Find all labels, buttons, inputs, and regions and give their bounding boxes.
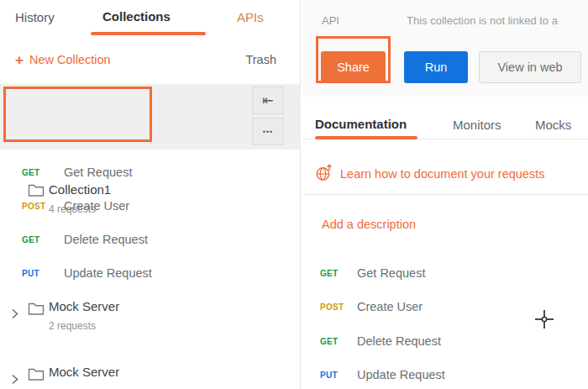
- add-description-link[interactable]: Add a description: [322, 218, 416, 231]
- collapse-panel-button[interactable]: ⇤: [252, 87, 284, 114]
- new-collection-button[interactable]: +New Collection: [15, 52, 111, 69]
- view-in-web-button[interactable]: View in web: [479, 51, 581, 83]
- share-button[interactable]: Share: [321, 51, 386, 83]
- request-name: Update Request: [64, 266, 152, 280]
- request-name: Update Request: [357, 368, 445, 381]
- method-badge: PUT: [320, 371, 357, 380]
- request-name: Get Request: [64, 166, 132, 179]
- section-divider: [302, 194, 588, 195]
- request-name: Create User: [357, 300, 423, 313]
- api-link-notice: This collection is not linked to a: [407, 14, 588, 27]
- method-badge: POST: [320, 302, 357, 312]
- request-item[interactable]: GET Get Request: [22, 155, 291, 189]
- chevron-right-icon[interactable]: [10, 373, 20, 388]
- publish-globe-icon: [315, 164, 333, 186]
- method-badge: GET: [320, 269, 357, 278]
- run-button[interactable]: Run: [404, 51, 468, 83]
- request-name: Delete Request: [64, 233, 148, 246]
- request-name: Delete Request: [357, 334, 441, 348]
- new-collection-label: New Collection: [29, 53, 111, 66]
- trash-button[interactable]: Trash: [245, 53, 276, 66]
- chevron-right-icon[interactable]: [10, 308, 20, 323]
- folder-meta: 2 requests: [49, 320, 96, 332]
- learn-documentation-link[interactable]: Learn how to document your requests: [340, 167, 544, 181]
- request-name: Create User: [64, 199, 129, 213]
- tab-documentation[interactable]: Documentation: [315, 117, 407, 131]
- method-badge: GET: [22, 235, 55, 244]
- method-badge: GET: [320, 337, 357, 346]
- tab-history[interactable]: History: [15, 10, 55, 24]
- collapse-icon: ⇤: [262, 92, 273, 108]
- tab-apis[interactable]: APIs: [237, 10, 264, 24]
- tab-monitors[interactable]: Monitors: [453, 118, 501, 132]
- doc-tab-underline: [315, 136, 417, 139]
- collection-row[interactable]: Collection1 4 requests ⇤ •••: [0, 84, 301, 150]
- tab-collections[interactable]: Collections: [102, 9, 171, 24]
- app-window: History Collections APIs +New Collection…: [0, 0, 588, 389]
- folder-name: Mock Server: [49, 299, 119, 313]
- request-item[interactable]: PUT Update Request: [22, 256, 291, 290]
- doc-request-item[interactable]: PUT Update Request: [320, 364, 572, 386]
- tab-mocks[interactable]: Mocks: [535, 118, 571, 132]
- chevron-down-icon[interactable]: [8, 189, 19, 204]
- request-item[interactable]: POST Create User: [22, 189, 291, 223]
- sidebar: History Collections APIs +New Collection…: [0, 0, 301, 389]
- folder-row-mock-server[interactable]: Mock Server 2 requests: [0, 294, 301, 338]
- api-label: API: [322, 14, 339, 27]
- folder-name: Mock Server: [49, 365, 119, 379]
- folder-icon: [28, 301, 45, 319]
- request-item[interactable]: GET Delete Request: [22, 223, 291, 256]
- request-name: Get Request: [357, 266, 425, 280]
- folder-icon: [28, 366, 45, 385]
- method-badge: PUT: [22, 269, 55, 278]
- crosshair-cursor-icon: [533, 308, 556, 334]
- method-badge: POST: [22, 202, 55, 211]
- collection-options-button[interactable]: •••: [252, 118, 284, 145]
- method-badge: GET: [22, 168, 55, 177]
- active-tab-underline: [91, 32, 206, 35]
- doc-request-item[interactable]: GET Get Request: [320, 262, 572, 284]
- folder-row-mock-server[interactable]: Mock Server: [0, 361, 301, 389]
- plus-icon: +: [15, 52, 24, 68]
- more-options-icon: •••: [263, 128, 273, 136]
